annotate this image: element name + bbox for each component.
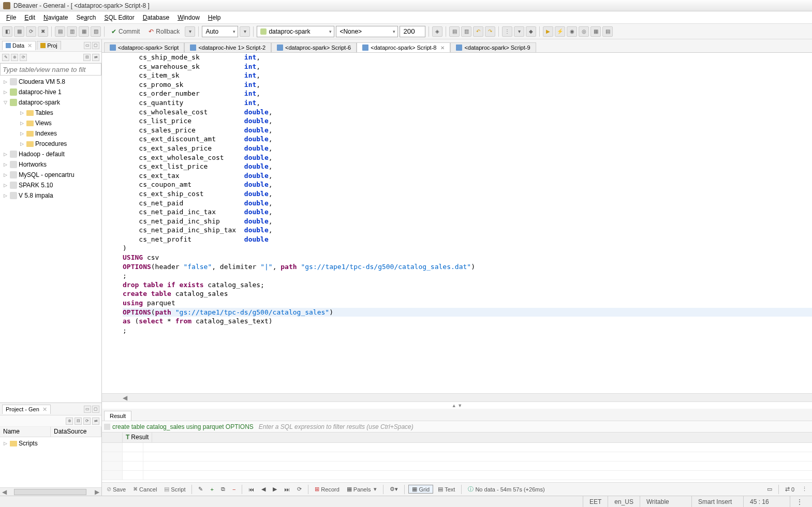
grid-row[interactable] <box>102 452 812 461</box>
link-button[interactable]: ⇄ <box>92 54 99 61</box>
tree-item-mysql-opencartru[interactable]: ▷MySQL - opencartru <box>0 170 101 180</box>
tab-result[interactable]: Result <box>104 411 131 421</box>
code-line[interactable]: ; <box>123 326 812 335</box>
code-line[interactable]: cs_ext_ship_cost double, <box>123 189 812 199</box>
expand-arrow[interactable]: ▷ <box>19 141 25 146</box>
new-sql-button[interactable]: ▦ <box>14 26 24 37</box>
expand-arrow[interactable]: ▷ <box>2 152 8 157</box>
connection-filter-input[interactable] <box>0 63 101 76</box>
close-icon[interactable]: ✕ <box>42 406 47 413</box>
commit-button[interactable]: ✔Commit <box>108 26 143 37</box>
undo-button[interactable]: ↶ <box>473 26 483 37</box>
menu-button[interactable]: ⋮ <box>799 485 810 494</box>
redo-button[interactable]: ↷ <box>485 26 495 37</box>
toolbar-button[interactable]: ▾ <box>514 26 524 37</box>
script-button[interactable]: ▤Script <box>161 485 188 494</box>
maximize-button[interactable]: ▢ <box>92 42 99 49</box>
editor-tab[interactable]: <dataproc-spark> Script-9 <box>450 42 536 52</box>
tab-database-navigator[interactable]: Data✕ <box>2 41 36 50</box>
code-line[interactable]: cs_warehouse_sk int, <box>123 62 812 71</box>
code-line[interactable]: cs_ext_sales_price double, <box>123 144 812 153</box>
code-line[interactable]: cs_coupon_amt double, <box>123 180 812 189</box>
collapse-all-button[interactable]: ⊟ <box>83 54 91 61</box>
grid-row[interactable] <box>102 461 812 471</box>
menu-sql-editor[interactable]: SQL Editor <box>100 13 138 22</box>
code-line[interactable]: cs_net_paid_inc_ship_tax double, <box>123 226 812 235</box>
status-menu[interactable]: ⋮ <box>790 496 809 507</box>
sql-editor-button[interactable]: ▤ <box>55 26 65 37</box>
project-toolbar-button[interactable]: ⊟ <box>75 417 82 425</box>
row-limit-input[interactable] <box>400 26 425 37</box>
code-line[interactable]: cs_promo_sk int, <box>123 80 812 90</box>
expand-arrow[interactable]: ▷ <box>19 121 25 126</box>
code-line[interactable]: cs_net_paid double, <box>123 199 812 208</box>
code-line[interactable]: drop table if exists catalog_sales; <box>123 280 812 290</box>
code-line[interactable]: ; <box>123 271 812 280</box>
code-line[interactable]: cs_net_profit double <box>123 235 812 244</box>
record-toggle[interactable]: ⊞Record <box>312 485 342 494</box>
tree-item-v-5-8-impala[interactable]: ▷V 5.8 impala <box>0 190 101 201</box>
code-line[interactable]: USING csv <box>123 253 812 262</box>
expand-arrow[interactable]: ▷ <box>2 162 8 167</box>
execute-script-button[interactable]: ⚡ <box>555 26 565 37</box>
editor-tab[interactable]: <dataproc-spark> Script-8✕ <box>357 42 450 52</box>
tree-item-spark-5-10[interactable]: ▷SPARK 5.10 <box>0 180 101 190</box>
toolbar-button[interactable]: ▦ <box>590 26 601 37</box>
connection-dropdown[interactable]: dataproc-spark <box>257 26 334 37</box>
schema-dropdown[interactable]: <None> <box>336 26 398 37</box>
project-tree[interactable]: ▷ Scripts <box>0 437 101 487</box>
expand-arrow[interactable]: ▷ <box>2 193 8 198</box>
refresh-button[interactable]: ⟳ <box>26 26 36 37</box>
expand-arrow[interactable]: ▷ <box>2 90 8 95</box>
col-name[interactable]: Name <box>0 427 51 437</box>
toolbar-button[interactable]: ◈ <box>432 26 442 37</box>
toolbar-button[interactable]: ▦ <box>79 26 89 37</box>
toolbar-button[interactable]: ▤ <box>449 26 460 37</box>
toolbar-button[interactable]: ▧ <box>91 26 101 37</box>
tree-item-dataproc-hive-1[interactable]: ▷dataproc-hive 1 <box>0 87 101 97</box>
menu-navigate[interactable]: Navigate <box>39 13 72 22</box>
toolbar-button[interactable]: ◆ <box>526 26 536 37</box>
code-line[interactable]: using parquet <box>123 299 812 308</box>
grid-row[interactable] <box>102 443 812 452</box>
tab-projects[interactable]: Proj <box>37 41 61 50</box>
result-grid[interactable]: TResult <box>102 433 812 482</box>
code-line[interactable]: cs_sales_price double, <box>123 126 812 135</box>
tx-button[interactable]: ▾ <box>185 26 195 37</box>
hscroll[interactable]: ◀ ▶ <box>0 487 101 496</box>
project-item-scripts[interactable]: ▷ Scripts <box>0 438 101 449</box>
tree-item-indexes[interactable]: ▷Indexes <box>0 128 101 139</box>
toolbar-button[interactable]: ▤ <box>602 26 613 37</box>
code-line[interactable]: cs_list_price double, <box>123 116 812 126</box>
tree-item-hadoop-default[interactable]: ▷Hadoop - default <box>0 149 101 159</box>
code-line[interactable]: cs_wholesale_cost double, <box>123 108 812 117</box>
first-page-button[interactable]: ⏮ <box>246 485 257 494</box>
menu-window[interactable]: Window <box>173 13 204 22</box>
code-line[interactable]: cs_ext_list_price double, <box>123 162 812 171</box>
expand-arrow[interactable]: ▷ <box>19 110 25 115</box>
text-view-button[interactable]: ▤Text <box>435 485 457 494</box>
tx-mode-button[interactable]: ▾ <box>240 26 250 37</box>
minimize-button[interactable]: ▭ <box>84 42 91 49</box>
tree-item-cloudera-vm-5-8[interactable]: ▷Cloudera VM 5.8 <box>0 77 101 87</box>
disconnect-button[interactable]: ✖ <box>38 26 48 37</box>
duplicate-row-button[interactable]: ⧉ <box>218 485 228 494</box>
menu-file[interactable]: File <box>2 13 20 22</box>
new-connection-button[interactable]: ◧ <box>2 26 12 37</box>
add-row-button[interactable]: + <box>208 485 216 494</box>
grid-col-header[interactable]: TResult <box>123 433 152 442</box>
panels-dropdown[interactable]: ▦Panels▾ <box>344 485 380 494</box>
last-page-button[interactable]: ⏭ <box>282 485 292 494</box>
code-line[interactable]: cs_net_paid_inc_ship double, <box>123 217 812 226</box>
code-line[interactable]: cs_item_sk int, <box>123 71 812 80</box>
editor-tab[interactable]: <dataproc-spark> Script <box>104 42 184 52</box>
menu-search[interactable]: Search <box>72 13 100 22</box>
prev-page-button[interactable]: ◀ <box>259 485 268 494</box>
menu-help[interactable]: Help <box>204 13 225 22</box>
code-line[interactable]: cs_ext_wholesale_cost double, <box>123 153 812 162</box>
menu-edit[interactable]: Edit <box>20 13 39 22</box>
project-toolbar-button[interactable]: ⊕ <box>66 417 73 425</box>
save-button[interactable]: ⊘Save <box>104 485 128 494</box>
grid-view-button[interactable]: ▦Grid <box>408 485 433 494</box>
maximize-button[interactable]: ▢ <box>92 406 99 413</box>
